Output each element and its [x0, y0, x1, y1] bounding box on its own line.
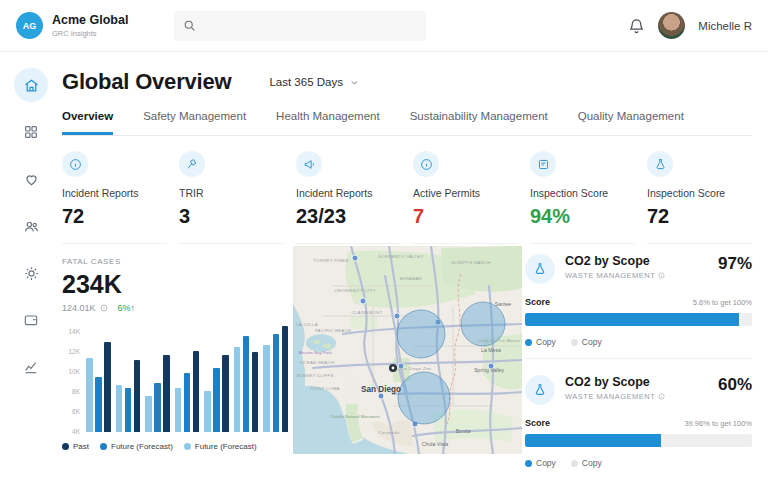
sidebar-item-analytics[interactable]	[14, 350, 48, 384]
tab-overview[interactable]: Overview	[62, 110, 113, 135]
legend-item-past: Past	[62, 442, 89, 451]
card-legend: Copy Copy	[525, 458, 752, 468]
kpi-label: Inspection Score	[530, 187, 635, 199]
kpi-incident-reports[interactable]: Incident Reports 72	[62, 149, 167, 244]
home-icon	[23, 77, 40, 94]
bar[interactable]	[104, 342, 111, 432]
legend-item: Copy	[571, 458, 602, 468]
sidebar-item-home[interactable]	[14, 68, 48, 102]
zoo-marker-dot	[392, 367, 395, 370]
kpi-label: Active Permits	[413, 187, 518, 199]
map-label: Casa de Oro-Mount Helix	[477, 338, 522, 343]
bar-group	[145, 322, 170, 432]
legend-item: Copy	[525, 337, 556, 347]
kpi-trir[interactable]: TRIR 3	[179, 149, 284, 244]
bar[interactable]	[95, 377, 102, 432]
y-tick-label: 12K	[62, 348, 80, 355]
map-label: MIRAMAR	[400, 276, 422, 281]
kpi-inspection-score[interactable]: Inspection Score 72	[647, 149, 752, 244]
user-avatar[interactable]	[658, 12, 685, 39]
map-label: SCRIPPS RANCH	[451, 260, 490, 265]
kpi-row: Incident Reports 72 TRIR 3 Incident Repo…	[62, 149, 752, 244]
map-label: Santee	[495, 301, 512, 307]
bar[interactable]	[213, 368, 220, 432]
tab-health-management[interactable]: Health Management	[276, 110, 380, 135]
search-input[interactable]	[203, 20, 417, 32]
tab-sustainability-management[interactable]: Sustainability Management	[410, 110, 548, 135]
bar[interactable]	[86, 358, 93, 432]
sidebar-item-wallet[interactable]	[14, 303, 48, 337]
search-bar[interactable]	[174, 11, 426, 41]
people-icon	[23, 218, 40, 235]
map-label: OCEAN BEACH	[300, 360, 335, 365]
kpi-label: Inspection Score	[647, 187, 752, 199]
bar[interactable]	[145, 396, 152, 432]
dashboard-widgets: FATAL CASES 234K 124.01K 6%↑ 14K12K10K8K…	[62, 246, 752, 454]
date-range-dropdown[interactable]: Last 365 Days	[269, 76, 359, 88]
card-title: CO2 by Scope	[565, 254, 718, 268]
chart-legend: Past Future (Forecast) Future (Forecast)	[62, 442, 290, 451]
company-logo: AG	[16, 12, 43, 39]
co2-card-1[interactable]: CO2 by Scope WASTE MANAGEMENT 60%	[525, 358, 752, 468]
progress-fill	[525, 313, 739, 326]
bar[interactable]	[243, 336, 250, 432]
topbar-actions: Michelle R	[628, 12, 752, 39]
sidebar-item-apps[interactable]	[14, 115, 48, 149]
y-tick-label: 10K	[62, 368, 80, 375]
page-header: Global Overview Last 365 Days	[62, 69, 752, 95]
progress-fill	[525, 434, 661, 447]
bar[interactable]	[125, 388, 132, 432]
bar[interactable]	[234, 347, 241, 432]
bar[interactable]	[263, 345, 270, 432]
score-hint: 39.96% to get 100%	[684, 419, 752, 428]
legend-item-future-2: Future (Forecast)	[184, 442, 257, 451]
map-label: CLAIREMONT	[351, 310, 382, 315]
bar-group	[263, 322, 288, 432]
sidebar-item-sustainability[interactable]	[14, 256, 48, 290]
bar[interactable]	[273, 334, 280, 432]
kpi-value: 72	[647, 205, 752, 228]
map-label: Spring Valley	[474, 367, 505, 373]
kpi-active-permits[interactable]: Active Permits 7	[413, 149, 518, 244]
kpi-incident-reports-ratio[interactable]: Incident Reports 23/23	[296, 149, 401, 244]
card-subtitle: WASTE MANAGEMENT	[565, 271, 655, 280]
bar[interactable]	[163, 355, 170, 432]
bar[interactable]	[116, 385, 123, 432]
legend-item-future-1: Future (Forecast)	[100, 442, 173, 451]
notification-bell-icon[interactable]	[628, 17, 645, 34]
tab-safety-management[interactable]: Safety Management	[143, 110, 246, 135]
bar[interactable]	[175, 388, 182, 432]
megaphone-icon	[296, 151, 322, 177]
kpi-inspection-score-pct[interactable]: Inspection Score 94%	[530, 149, 635, 244]
map-label: PACIFIC BEACH	[315, 328, 352, 333]
fatal-cases-plot	[86, 322, 288, 432]
map-label: Mission Bay Park	[298, 350, 332, 355]
legend-dot	[62, 443, 69, 450]
bar[interactable]	[184, 373, 191, 432]
grid-icon	[23, 124, 39, 140]
map-widget[interactable]: TORREY PINES SORRENTO VALLEY SCRIPPS RAN…	[293, 246, 522, 454]
card-percentage: 60%	[718, 375, 752, 395]
bar[interactable]	[282, 326, 289, 432]
bar[interactable]	[252, 352, 259, 432]
bar[interactable]	[134, 360, 141, 432]
info-icon	[658, 272, 665, 279]
fatal-cases-chart: 14K12K10K8K6K4K	[62, 322, 290, 432]
map-bubble[interactable]	[397, 310, 445, 358]
tab-quality-management[interactable]: Quality Management	[578, 110, 684, 135]
map-bubble[interactable]	[398, 372, 450, 424]
bar[interactable]	[204, 391, 211, 432]
search-icon	[183, 19, 196, 32]
page-title: Global Overview	[62, 69, 231, 95]
map-islet	[313, 340, 321, 344]
bar[interactable]	[193, 351, 200, 432]
bar[interactable]	[222, 355, 229, 432]
sidebar-item-people[interactable]	[14, 209, 48, 243]
co2-card-0[interactable]: CO2 by Scope WASTE MANAGEMENT 97%	[525, 246, 752, 347]
map-label: Bonita	[456, 428, 471, 434]
sidebar-item-health[interactable]	[14, 162, 48, 196]
map-label: San Diego Zoo	[399, 366, 432, 371]
bar[interactable]	[154, 383, 161, 432]
info-icon	[658, 393, 665, 400]
kpi-value: 3	[179, 205, 284, 228]
